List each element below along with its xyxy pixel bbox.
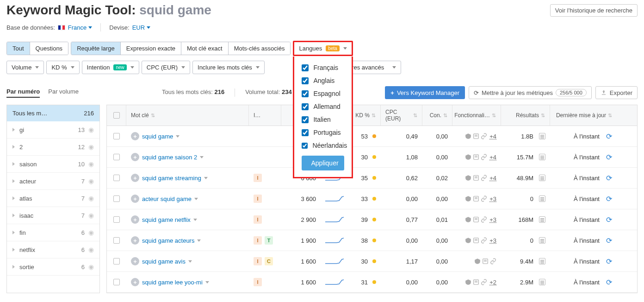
- keyword-link[interactable]: acteur squid game: [142, 195, 192, 202]
- refresh-icon[interactable]: ⟳: [606, 257, 612, 266]
- sidebar-item[interactable]: saison10◉: [7, 156, 99, 173]
- row-checkbox[interactable]: [113, 133, 120, 139]
- eye-icon[interactable]: ◉: [88, 212, 94, 219]
- serp-more-link[interactable]: +3: [489, 237, 496, 244]
- update-metrics-button[interactable]: ⟳ Mettre à jour les métriques 256/5 000: [469, 86, 592, 99]
- serp-snapshot-icon[interactable]: [539, 279, 545, 285]
- language-checkbox[interactable]: [302, 90, 309, 97]
- chevron-down-icon[interactable]: [194, 198, 198, 200]
- sidebar-item[interactable]: fin6◉: [7, 224, 99, 241]
- include-filter[interactable]: Inclure les mots clés: [192, 61, 265, 74]
- refresh-icon[interactable]: ⟳: [606, 236, 612, 245]
- add-keyword-button[interactable]: +: [131, 153, 139, 161]
- language-option[interactable]: Néerlandais: [302, 139, 344, 152]
- col-kd[interactable]: KD %⇅: [348, 105, 381, 126]
- serp-snapshot-icon[interactable]: [539, 175, 545, 181]
- serp-more-link[interactable]: +4: [489, 133, 496, 140]
- volume-filter[interactable]: Volume: [6, 61, 44, 74]
- serp-snapshot-icon[interactable]: [539, 216, 545, 223]
- language-option[interactable]: Allemand: [302, 100, 344, 113]
- scope-all[interactable]: Tout: [7, 42, 30, 55]
- sort-by-volume[interactable]: Par volume: [48, 88, 79, 98]
- currency-selector[interactable]: Devise: EUR: [109, 24, 150, 31]
- row-checkbox[interactable]: [113, 279, 120, 285]
- add-keyword-button[interactable]: +: [131, 132, 139, 140]
- sidebar-item[interactable]: acteur7◉: [7, 173, 99, 190]
- keyword-link[interactable]: squid game lee yoo-mi: [142, 279, 203, 286]
- add-keyword-button[interactable]: +: [131, 257, 139, 265]
- to-keyword-manager-button[interactable]: +Vers Keyword Manager: [385, 86, 465, 99]
- eye-icon[interactable]: ◉: [88, 246, 94, 253]
- col-con[interactable]: Con.⇅: [422, 105, 452, 126]
- refresh-icon[interactable]: ⟳: [606, 278, 612, 287]
- language-option[interactable]: Espagnol: [302, 87, 344, 100]
- language-checkbox[interactable]: [302, 142, 308, 149]
- language-option[interactable]: Anglais: [302, 74, 344, 87]
- refresh-icon[interactable]: ⟳: [606, 132, 612, 141]
- sidebar-item[interactable]: netflix6◉: [7, 241, 99, 258]
- col-func[interactable]: Fonctionnali…⇅: [452, 105, 501, 126]
- col-intent[interactable]: I…: [249, 105, 281, 126]
- language-checkbox[interactable]: [302, 103, 309, 110]
- row-checkbox[interactable]: [113, 258, 120, 264]
- sort-by-number[interactable]: Par numéro: [6, 88, 40, 98]
- add-keyword-button[interactable]: +: [131, 236, 139, 245]
- serp-snapshot-icon[interactable]: [539, 258, 545, 264]
- keyword-link[interactable]: squid game netflix: [142, 216, 191, 223]
- eye-icon[interactable]: ◉: [88, 229, 94, 236]
- sidebar-item[interactable]: 212◉: [7, 138, 99, 156]
- col-keyword[interactable]: Mot clé⇅: [126, 105, 249, 126]
- language-checkbox[interactable]: [302, 129, 309, 136]
- kd-filter[interactable]: KD %: [46, 61, 79, 74]
- language-option[interactable]: Français: [302, 61, 344, 74]
- sidebar-item[interactable]: gi13◉: [7, 121, 99, 138]
- keyword-link[interactable]: squid game acteurs: [142, 237, 194, 244]
- scope-questions[interactable]: Questions: [30, 42, 68, 55]
- row-checkbox[interactable]: [113, 195, 120, 202]
- keyword-link[interactable]: squid game streaming: [142, 175, 201, 182]
- sidebar-item[interactable]: atlas7◉: [7, 190, 99, 207]
- chevron-down-icon[interactable]: [197, 239, 201, 242]
- cpc-filter[interactable]: CPC (EUR): [142, 61, 190, 74]
- serp-more-link[interactable]: +3: [489, 216, 496, 223]
- serp-snapshot-icon[interactable]: [539, 154, 545, 160]
- database-selector[interactable]: Base de données: France: [6, 24, 92, 31]
- eye-icon[interactable]: ◉: [88, 160, 94, 168]
- intention-filter[interactable]: Intentionnew: [82, 61, 139, 74]
- row-checkbox[interactable]: [113, 216, 120, 223]
- refresh-icon[interactable]: ⟳: [606, 153, 612, 162]
- col-updated[interactable]: Dernière mise à jour⇅: [550, 105, 617, 126]
- chevron-down-icon[interactable]: [188, 260, 192, 263]
- language-checkbox[interactable]: [302, 64, 309, 71]
- col-cpc[interactable]: CPC (EUR)⇅: [381, 105, 422, 126]
- row-checkbox[interactable]: [113, 154, 120, 160]
- add-keyword-button[interactable]: +: [131, 195, 139, 203]
- match-broad[interactable]: Requête large: [71, 42, 121, 55]
- row-checkbox[interactable]: [113, 237, 120, 244]
- row-checkbox[interactable]: [113, 175, 120, 181]
- language-checkbox[interactable]: [302, 77, 309, 84]
- refresh-icon[interactable]: ⟳: [606, 174, 612, 182]
- serp-snapshot-icon[interactable]: [539, 133, 545, 139]
- serp-snapshot-icon[interactable]: [539, 237, 545, 244]
- export-button[interactable]: Exporter: [595, 86, 638, 99]
- keyword-link[interactable]: squid game: [142, 133, 173, 140]
- serp-more-link[interactable]: +4: [489, 154, 496, 161]
- language-checkbox[interactable]: [302, 116, 309, 123]
- sidebar-item[interactable]: isaac7◉: [7, 207, 99, 224]
- sidebar-header[interactable]: Tous les m… 216: [7, 105, 99, 121]
- refresh-icon[interactable]: ⟳: [606, 215, 612, 224]
- chevron-down-icon[interactable]: [205, 281, 209, 283]
- eye-icon[interactable]: ◉: [88, 195, 94, 202]
- serp-more-link[interactable]: +2: [489, 279, 496, 286]
- chevron-down-icon[interactable]: [176, 135, 180, 138]
- match-exact[interactable]: Mot clé exact: [181, 42, 229, 55]
- sidebar-item[interactable]: sortie6◉: [7, 258, 99, 276]
- eye-icon[interactable]: ◉: [88, 143, 94, 151]
- serp-more-link[interactable]: +4: [489, 175, 496, 182]
- apply-button[interactable]: Appliquer: [302, 156, 344, 170]
- eye-icon[interactable]: ◉: [88, 263, 94, 271]
- language-option[interactable]: Italien: [302, 113, 344, 126]
- serp-snapshot-icon[interactable]: [539, 195, 545, 202]
- chevron-down-icon[interactable]: [200, 156, 204, 158]
